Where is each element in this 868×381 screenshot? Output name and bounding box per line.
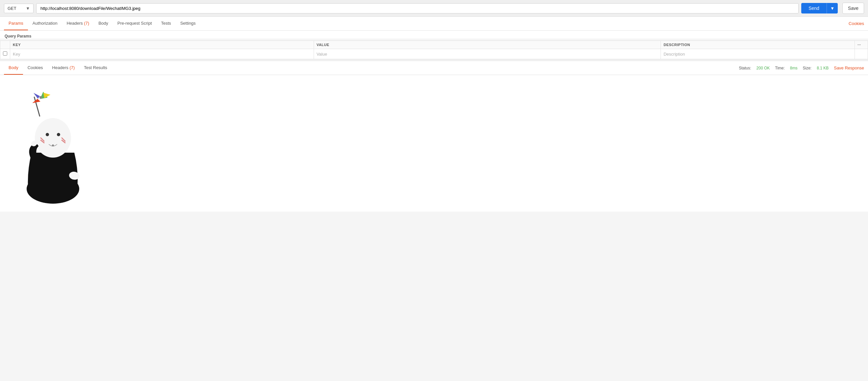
save-button[interactable]: Save bbox=[842, 3, 864, 14]
svg-point-14 bbox=[57, 133, 60, 136]
svg-marker-4 bbox=[32, 98, 40, 103]
tab-authorization[interactable]: Authorization bbox=[28, 17, 62, 30]
tab-params[interactable]: Params bbox=[4, 17, 28, 30]
params-section: Query Params bbox=[0, 31, 868, 38]
send-button[interactable]: Send bbox=[801, 3, 827, 13]
status-value: 200 OK bbox=[756, 66, 770, 70]
time-value: 8ms bbox=[790, 66, 798, 70]
url-bar: GET ▼ Send ▼ Save bbox=[0, 0, 868, 17]
tab-body[interactable]: Body bbox=[94, 17, 113, 30]
response-meta: Status: 200 OK Time: 8ms Size: 8.1 KB Sa… bbox=[739, 65, 864, 70]
size-value: 8.1 KB bbox=[817, 66, 829, 70]
row-key[interactable]: Key bbox=[10, 49, 314, 59]
url-input[interactable] bbox=[36, 3, 799, 13]
method-selector[interactable]: GET ▼ bbox=[4, 4, 34, 13]
svg-point-15 bbox=[52, 144, 54, 146]
size-label: Size: bbox=[803, 66, 812, 70]
desc-col-header: DESCRIPTION bbox=[661, 41, 855, 49]
actions-col-header: ··· bbox=[855, 41, 868, 49]
query-params-title: Query Params bbox=[5, 34, 863, 38]
time-label: Time: bbox=[775, 66, 785, 70]
tab-prerequest[interactable]: Pre-request Script bbox=[113, 17, 156, 30]
send-button-group: Send ▼ bbox=[801, 3, 838, 13]
response-section: Body Cookies Headers (7) Test Results St… bbox=[0, 59, 868, 211]
row-checkbox[interactable] bbox=[0, 49, 10, 59]
status-label: Status: bbox=[739, 66, 751, 70]
row-actions bbox=[855, 49, 868, 59]
response-tabs: Body Cookies Headers (7) Test Results St… bbox=[0, 61, 868, 75]
cookies-link[interactable]: Cookies bbox=[848, 17, 864, 30]
checkbox-col-header bbox=[0, 41, 10, 49]
response-image bbox=[5, 80, 97, 205]
headers-badge: (7) bbox=[84, 21, 89, 26]
response-tab-headers[interactable]: Headers (7) bbox=[48, 61, 80, 75]
tab-settings[interactable]: Settings bbox=[176, 17, 200, 30]
send-dropdown-button[interactable]: ▼ bbox=[827, 3, 838, 13]
response-body bbox=[0, 75, 868, 211]
svg-point-13 bbox=[46, 133, 49, 136]
response-headers-badge: (7) bbox=[69, 65, 74, 70]
save-response-button[interactable]: Save Response bbox=[834, 65, 864, 70]
row-value[interactable]: Value bbox=[314, 49, 661, 59]
tab-headers[interactable]: Headers (7) bbox=[62, 17, 94, 30]
row-description[interactable]: Description bbox=[661, 49, 855, 59]
method-chevron-icon: ▼ bbox=[26, 6, 30, 11]
value-col-header: VALUE bbox=[314, 41, 661, 49]
request-tabs: Params Authorization Headers (7) Body Pr… bbox=[0, 17, 868, 31]
tab-tests[interactable]: Tests bbox=[156, 17, 176, 30]
table-row: Key Value Description bbox=[0, 49, 868, 59]
params-table: KEY VALUE DESCRIPTION ··· Key Value Desc… bbox=[0, 40, 868, 59]
row-checkbox-input[interactable] bbox=[3, 51, 7, 56]
response-tab-body[interactable]: Body bbox=[4, 61, 23, 75]
key-col-header: KEY bbox=[10, 41, 314, 49]
response-tab-testresults[interactable]: Test Results bbox=[79, 61, 112, 75]
svg-point-5 bbox=[39, 96, 42, 99]
response-tab-cookies[interactable]: Cookies bbox=[23, 61, 48, 75]
method-label: GET bbox=[7, 6, 17, 11]
